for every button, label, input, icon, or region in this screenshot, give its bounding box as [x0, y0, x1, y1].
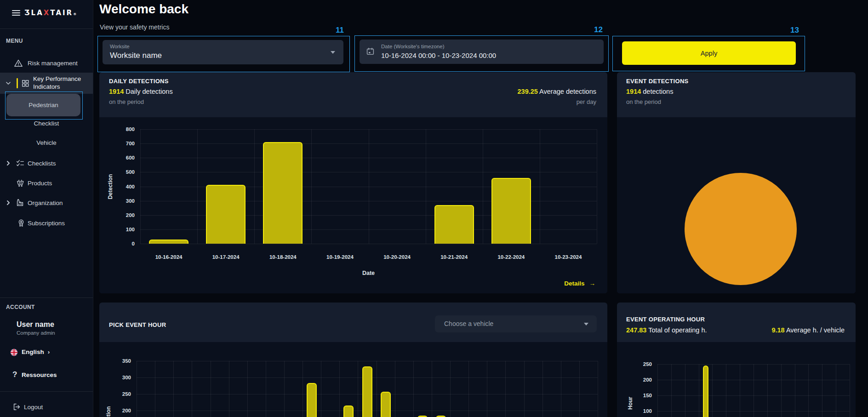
bar[interactable]: [703, 366, 708, 417]
bar[interactable]: [491, 178, 531, 244]
card-title: PICK EVENT HOUR: [109, 321, 166, 328]
worksite-select[interactable]: Worksite Worksite name: [103, 40, 343, 64]
pick-chart-area: Detection 050100150200250300350: [99, 342, 607, 417]
gridline: [395, 361, 395, 417]
bar[interactable]: [362, 366, 372, 417]
bar[interactable]: [307, 383, 317, 417]
divider: [0, 297, 93, 298]
gridline: [754, 364, 754, 417]
gridline: [579, 361, 580, 417]
card-title: EVENT DETECTIONS: [626, 78, 689, 85]
sidebar-item-checklists[interactable]: Checklists: [0, 157, 93, 169]
date-range-field[interactable]: Date (Worksite's timezone) 10-16-2024 00…: [360, 40, 604, 64]
gridline: [432, 361, 432, 417]
dropdown-caret-icon: [331, 51, 335, 54]
period-label: on the period: [109, 98, 144, 105]
sidebar-item-label: Key Performance Indicators: [33, 75, 87, 91]
gridline: [192, 361, 192, 417]
shopping-cart-icon: [16, 178, 25, 188]
sidebar-item-risk-management[interactable]: Risk management: [0, 56, 93, 70]
sidebar-item-key-performance-indicators[interactable]: Key Performance Indicators: [0, 73, 93, 94]
bar[interactable]: [206, 185, 246, 244]
gridline: [211, 361, 211, 417]
daily-count-metric: 1914 Daily detections: [109, 88, 173, 95]
sidebar-item-label: Checklists: [28, 160, 56, 167]
logout-icon: [12, 402, 21, 411]
pie-chart[interactable]: [685, 173, 797, 285]
apply-button[interactable]: Apply: [622, 41, 796, 65]
logout-button[interactable]: Logout: [0, 401, 93, 413]
gridline: [321, 361, 321, 417]
gridline: [137, 361, 598, 361]
sidebar-subitem-checklist[interactable]: Checklist: [0, 120, 93, 127]
gridline: [657, 395, 850, 396]
bar[interactable]: [381, 392, 391, 417]
y-tick-label: 150: [633, 392, 652, 399]
gridline: [266, 361, 266, 417]
gridline: [657, 364, 658, 417]
y-tick-label: 400: [115, 183, 135, 190]
bar[interactable]: [434, 205, 474, 244]
warning-triangle-icon: [14, 58, 23, 68]
details-link[interactable]: Details→: [564, 280, 595, 287]
gridline: [339, 361, 340, 417]
sidebar-item-label: Products: [28, 180, 52, 187]
x-tick-label: 10-16-2024: [140, 254, 197, 260]
daily-detections-card: DAILY DETECTIONS 1914 Daily detections o…: [99, 72, 607, 293]
annotation-badge-13: 13: [790, 26, 799, 35]
event-operating-hour-bar-chart: Hour 050100150200250: [657, 364, 850, 417]
vehicle-select[interactable]: Choose a vehicle: [435, 315, 597, 332]
sidebar-item-resources[interactable]: ? Ressources: [0, 369, 93, 380]
annotation-badge-11: 11: [336, 26, 344, 35]
sidebar-subitem-vehicle[interactable]: Vehicle: [0, 139, 93, 146]
gridline: [284, 361, 285, 417]
language-selector[interactable]: English›: [0, 346, 93, 357]
daily-chart-area: Detection Date 0100200300400500600700800…: [99, 117, 607, 293]
card-title: EVENT OPERATING HOUR: [626, 316, 705, 323]
question-mark-icon: ?: [12, 370, 17, 379]
chevron-right-icon: [6, 160, 11, 166]
logout-label: Logout: [24, 404, 43, 411]
menu-section-label: MENU: [6, 38, 23, 44]
annotation-badge-12: 12: [594, 25, 603, 34]
date-field-value: 10-16-2024 00:00 - 10-23-2024 00:00: [381, 51, 496, 59]
sidebar-item-products[interactable]: Products: [0, 177, 93, 189]
gridline: [303, 361, 303, 417]
y-axis-label: Detection: [107, 171, 114, 203]
user-name: User name: [17, 320, 54, 329]
user-role: Company admin: [17, 330, 55, 336]
gridline: [524, 361, 525, 417]
gridline: [767, 364, 768, 417]
gridline: [657, 364, 850, 365]
gridline: [597, 129, 597, 244]
y-tick-label: 200: [115, 211, 135, 219]
bar[interactable]: [149, 240, 188, 244]
hamburger-menu-icon[interactable]: [12, 10, 20, 16]
y-tick-label: 700: [115, 140, 135, 147]
date-field-label: Date (Worksite's timezone): [381, 44, 444, 49]
event-chart-area: Coca847 - 0Vehicle_test_CC_newdash - 0MT…: [617, 117, 856, 293]
sidebar-item-organization[interactable]: Organization: [0, 197, 93, 209]
sidebar-item-label: Ressources: [22, 371, 57, 378]
date-filter-group: 12 Date (Worksite's timezone) 10-16-2024…: [354, 35, 609, 72]
checklist-icon: [16, 159, 25, 168]
bar[interactable]: [263, 142, 303, 244]
y-tick-label: 300: [112, 374, 131, 381]
x-tick-label: 10-23-2024: [540, 254, 597, 260]
worksite-filter-group: 11 Worksite Worksite name: [97, 36, 350, 72]
sidebar-subitem-pedestrian[interactable]: Pedestrian: [6, 94, 80, 116]
gridline: [822, 364, 822, 417]
worksite-select-label: Worksite: [110, 44, 130, 49]
x-tick-label: 10-21-2024: [426, 254, 483, 260]
gridline: [712, 364, 713, 417]
operating-chart-area: Hour 050100150200250: [617, 342, 856, 417]
gridline: [836, 364, 836, 417]
bar[interactable]: [343, 406, 354, 417]
daily-detections-bar-chart: Detection Date 0100200300400500600700800…: [140, 129, 597, 244]
gridline: [505, 361, 506, 417]
gridline: [598, 361, 598, 417]
gridline: [140, 129, 597, 130]
sidebar-subitem-label: Pedestrian: [29, 102, 58, 109]
sidebar-item-subscriptions[interactable]: Subscriptions: [0, 217, 93, 229]
y-tick-label: 600: [115, 154, 135, 161]
